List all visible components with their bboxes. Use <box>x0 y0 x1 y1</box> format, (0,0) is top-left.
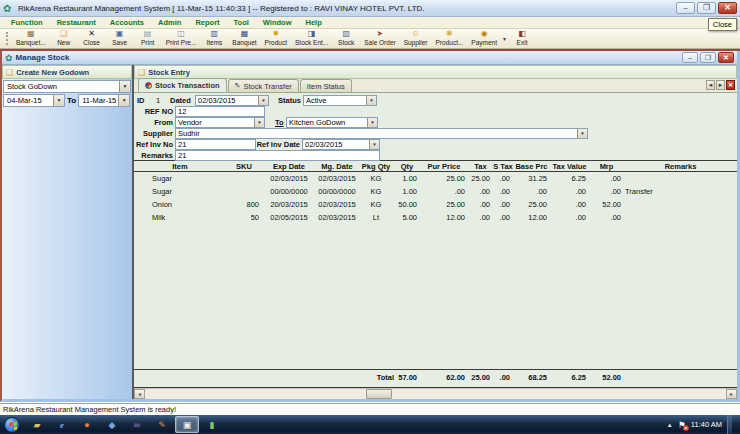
scroll-left-arrow-icon[interactable]: ◄ <box>134 389 145 399</box>
tray-expand-icon[interactable]: ▲ <box>667 422 673 428</box>
menu-item-accounts[interactable]: Accounts <box>103 18 151 27</box>
godown-select[interactable]: Stock GoDown ▼ <box>3 80 131 93</box>
toolbar-label-stock-entry: Stock Ent... <box>295 39 328 47</box>
toolbar-button-close[interactable]: ✕Close <box>78 29 106 48</box>
date-from-select[interactable]: 04-Mar-15 ▼ <box>3 94 65 107</box>
close-button[interactable]: ✕ <box>718 2 737 14</box>
remarks-input[interactable]: 21 <box>175 150 380 161</box>
taskbar-app-app-orange[interactable]: ✎ <box>150 416 174 433</box>
taskbar-app-firefox[interactable]: ● <box>75 416 99 433</box>
ref-inv-no-input[interactable]: 21 <box>175 139 256 150</box>
taskbar-app-app-blue[interactable]: ◆ <box>100 416 124 433</box>
toolbar-grip[interactable] <box>6 32 9 45</box>
menu-item-admin[interactable]: Admin <box>151 18 188 27</box>
chevron-down-icon[interactable]: ▼ <box>369 140 379 149</box>
toolbar-button-product-2[interactable]: ❋Product... <box>432 29 468 48</box>
chevron-down-icon[interactable]: ▼ <box>119 81 130 92</box>
scroll-right-arrow-icon[interactable]: ► <box>726 389 737 399</box>
start-button[interactable] <box>4 417 20 433</box>
chevron-down-icon[interactable]: ▼ <box>577 129 587 138</box>
taskbar-app-internet-explorer[interactable]: e <box>50 416 74 433</box>
toolbar-button-banquet[interactable]: ▦Banquet <box>228 29 260 48</box>
toolbar-button-stock-entry[interactable]: ◨Stock Ent... <box>291 29 332 48</box>
status-select[interactable]: Active▼ <box>303 95 377 106</box>
date-to-select[interactable]: 11-Mar-15 ▼ <box>78 94 130 107</box>
status-label: Status <box>278 95 301 106</box>
taskbar-app-app-purple[interactable]: ∞ <box>125 416 149 433</box>
cell-1-item: Sugar <box>134 172 226 185</box>
pie-chart-icon <box>145 82 152 89</box>
horizontal-scrollbar[interactable]: ◄ ► <box>134 388 737 399</box>
chevron-down-icon[interactable]: ▼ <box>118 95 129 106</box>
toolbar-button-product[interactable]: ✹Product <box>261 29 291 48</box>
chevron-down-icon[interactable]: ▼ <box>53 95 64 106</box>
remarks-label: Remarks <box>138 150 173 161</box>
taskbar-app-explorer[interactable]: ▰ <box>25 416 49 433</box>
tab-stock-transfer-label: Stock Transfer <box>243 82 291 91</box>
chevron-down-icon[interactable]: ▼ <box>254 118 264 127</box>
show-desktop-button[interactable] <box>727 415 732 434</box>
chevron-down-icon[interactable]: ▼ <box>366 96 376 105</box>
to-godown-select[interactable]: Kitchen GoDown▼ <box>286 117 378 128</box>
tab-stock-transaction[interactable]: Stock Transaction <box>138 78 227 92</box>
scrollbar-track[interactable] <box>145 389 726 399</box>
ref-no-input[interactable]: 12 <box>175 106 265 117</box>
table-row-2[interactable]: Sugar00/00/000000/00/0000KG1.00.00.00.00… <box>134 185 737 198</box>
table-row-4[interactable]: Milk5002/05/201502/03/2015Lt5.0012.00.00… <box>134 211 737 224</box>
maximize-button[interactable]: ❐ <box>697 2 716 14</box>
tab-scroll-right-button[interactable]: ► <box>716 80 725 90</box>
toolbar-button-items[interactable]: ▥Items <box>200 29 228 48</box>
scrollbar-thumb[interactable] <box>366 389 392 399</box>
toolbar-button-sale-order[interactable]: ➤Sale Order <box>360 29 399 48</box>
chevron-down-icon[interactable]: ▼ <box>367 118 377 127</box>
dated-select[interactable]: 02/03/2015▼ <box>195 95 269 106</box>
toolbar-button-stock[interactable]: ▧Stock <box>332 29 360 48</box>
menu-item-help[interactable]: Help <box>299 18 329 27</box>
taskbar-app-rikarena-app[interactable]: ▣ <box>175 416 199 433</box>
menu-item-restaurant[interactable]: Restaurant <box>50 18 103 27</box>
toolbar-button-print-preview[interactable]: ◫Print Pre... <box>162 29 201 48</box>
tab-close-button[interactable]: ✕ <box>726 80 735 90</box>
supplier-select[interactable]: Sudhir▼ <box>175 128 588 139</box>
menu-item-function[interactable]: Function <box>4 18 50 27</box>
id-value: 1 <box>156 95 160 106</box>
column-header-pur-price: Pur Price <box>420 161 468 172</box>
menu-item-report[interactable]: Report <box>188 18 226 27</box>
ref-inv-date-select[interactable]: 02/03/2015▼ <box>302 139 380 150</box>
cell-2-item: Sugar <box>134 185 226 198</box>
cell-4-exp-date: 02/05/2015 <box>262 211 316 224</box>
taskbar-app-app-green[interactable]: ▮ <box>200 416 224 433</box>
mdi-close-button[interactable]: ✕ <box>718 52 734 63</box>
menu-item-tool[interactable]: Tool <box>227 18 256 27</box>
toolbar-button-save[interactable]: ▣Save <box>106 29 134 48</box>
tab-stock-transfer[interactable]: ✎Stock Transfer <box>228 79 299 92</box>
tab-item-status[interactable]: Item Status <box>300 79 352 92</box>
create-new-godown-header[interactable]: ❏ Create New Godown <box>2 65 132 79</box>
mdi-maximize-button[interactable]: ❐ <box>700 52 716 63</box>
toolbar-overflow-icon[interactable]: ▾ <box>501 35 508 42</box>
table-row-1[interactable]: Sugar02/03/201502/03/2015KG1.0025.0025.0… <box>134 172 737 185</box>
action-center-flag-icon[interactable]: ⚑✕ <box>678 420 686 430</box>
toolbar-label-product-2: Product... <box>436 39 464 47</box>
cell-1-mrp: .00 <box>589 172 624 185</box>
pencil-icon: ✎ <box>235 82 241 90</box>
toolbar-button-payment[interactable]: ◉Payment <box>467 29 501 48</box>
toolbar-button-banquet-booking[interactable]: ▦Banquet... <box>12 29 50 48</box>
taskbar-clock[interactable]: 11:40 AM <box>691 420 722 429</box>
toolbar-label-banquet-booking: Banquet... <box>16 39 46 47</box>
taskbar: ▰e●◆∞✎▣▮ ▲ ⚑✕ 11:40 AM <box>0 415 740 434</box>
toolbar-button-print[interactable]: ▤Print <box>134 29 162 48</box>
cell-1-sku <box>226 172 262 185</box>
minimize-button[interactable]: – <box>676 2 695 14</box>
column-header-base-prc: Base Prc <box>513 161 550 172</box>
mdi-minimize-button[interactable]: – <box>682 52 698 63</box>
toolbar-button-exit[interactable]: ◧Exit <box>508 29 536 48</box>
from-select[interactable]: Vendor▼ <box>175 117 265 128</box>
toolbar-button-supplier[interactable]: ☺Supplier <box>400 29 432 48</box>
toolbar-button-new[interactable]: ❏New <box>50 29 78 48</box>
tab-scroll-left-button[interactable]: ◄ <box>706 80 715 90</box>
toolbar-label-print-preview: Print Pre... <box>166 39 197 47</box>
menu-item-window[interactable]: Window <box>256 18 299 27</box>
chevron-down-icon[interactable]: ▼ <box>258 96 268 105</box>
table-row-3[interactable]: Onion80020/03/201502/03/2015KG50.0025.00… <box>134 198 737 211</box>
